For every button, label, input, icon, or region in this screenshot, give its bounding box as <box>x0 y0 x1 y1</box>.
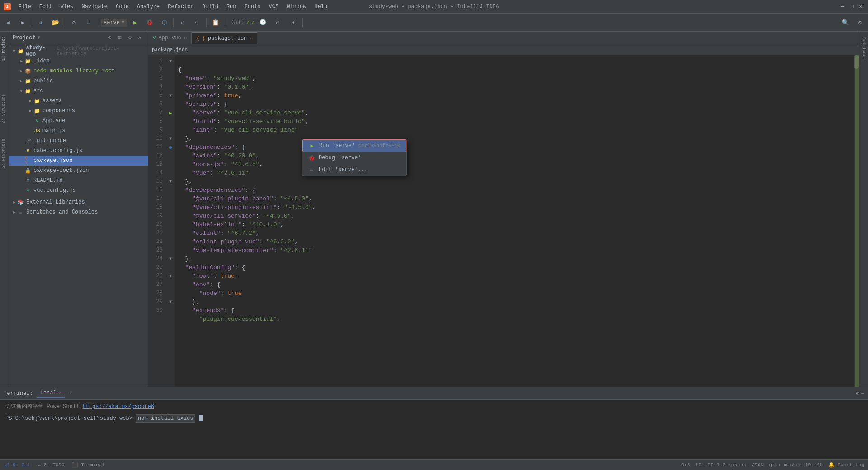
coverage-button[interactable]: ⬡ <box>158 16 170 29</box>
event-log-label[interactable]: 🔔 Event Log <box>828 462 864 468</box>
tree-item-main-js[interactable]: ▶ JS main.js <box>9 126 148 136</box>
run-config-selector[interactable]: serve ▼ <box>101 19 127 27</box>
menu-analyze[interactable]: Analyze <box>133 3 163 11</box>
line-col-indicator[interactable]: 9:5 <box>681 462 690 468</box>
menu-help[interactable]: Help <box>311 3 331 11</box>
database-panel-button[interactable]: Database <box>859 35 868 61</box>
sidebar-settings-button[interactable]: ⚙ <box>125 33 134 43</box>
tab-app-vue-close[interactable]: ✕ <box>184 35 187 41</box>
tab-vue-icon: V <box>153 35 156 41</box>
git-status-label[interactable]: ⎇ 6: Git <box>4 462 30 468</box>
tree-item-root[interactable]: ▼ 📁 study-web C:\sckj\work\project-self\… <box>9 46 148 56</box>
tree-item-scratches[interactable]: ▶ ✏ Scratches and Consoles <box>9 207 148 217</box>
gutter-run-7[interactable]: ▶ <box>169 110 172 116</box>
locate-file-button[interactable]: ⊕ <box>105 33 114 43</box>
tree-item-components[interactable]: ▶ 📁 components <box>9 106 148 116</box>
menu-refactor[interactable]: Refactor <box>164 3 198 11</box>
gutter-fold-29[interactable]: ▼ <box>169 299 172 304</box>
tree-item-package-lock[interactable]: ▶ 🔒 package-lock.json <box>9 166 148 176</box>
settings-button[interactable]: ⚙ <box>68 16 80 29</box>
tree-item-vue-config[interactable]: ▶ V vue.config.js <box>9 185 148 195</box>
tree-item-node-modules[interactable]: ▶ 📦 node_modules library root <box>9 66 148 76</box>
gutter-fold-10[interactable]: ▼ <box>169 136 172 141</box>
project-tool-button[interactable]: 1: Project <box>0 33 9 63</box>
gutter-fold-15[interactable]: ▼ <box>169 179 172 184</box>
todo-status-label[interactable]: ≡ 6: TODO <box>38 462 64 468</box>
tab-app-vue[interactable]: V App.vue ✕ <box>148 32 192 44</box>
tree-item-src[interactable]: ▼ 📁 src <box>9 86 148 96</box>
breadcrumb-package-json[interactable]: package.json <box>152 47 188 52</box>
menu-vcs[interactable]: VCS <box>265 3 283 11</box>
git-history-button[interactable]: 🕐 <box>256 16 269 29</box>
minimize-button[interactable]: ─ <box>839 3 846 10</box>
gutter-fold-24[interactable]: ▼ <box>169 256 172 261</box>
terminal-tab-close[interactable]: ✕ <box>58 390 61 396</box>
copy-path-button[interactable]: 📋 <box>209 16 222 29</box>
back-button[interactable]: ◀ <box>2 16 14 29</box>
menu-code[interactable]: Code <box>112 3 132 11</box>
context-menu-debug[interactable]: 🐞 Debug 'serve' <box>302 152 406 164</box>
expand-all-button[interactable]: ⊞ <box>115 33 124 43</box>
close-sidebar-button[interactable]: ✕ <box>135 33 144 43</box>
menu-tools[interactable]: Tools <box>241 3 264 11</box>
new-project-button[interactable]: ◈ <box>35 16 47 29</box>
code-editor[interactable]: { "name": "study-web", "version": "0.1.0… <box>175 55 859 387</box>
run-button[interactable]: ▶ <box>129 16 142 29</box>
menu-window[interactable]: Window <box>283 3 310 11</box>
root-folder-icon: 📁 <box>17 47 24 55</box>
git-rollback-button[interactable]: ↺ <box>271 16 283 29</box>
terminal-tab-local[interactable]: Local ✕ <box>37 389 65 398</box>
tab-package-json-close[interactable]: ✕ <box>250 36 252 41</box>
structure-tool-button[interactable]: 2: Structure <box>0 91 9 126</box>
open-button[interactable]: 📂 <box>49 16 62 29</box>
forward-button[interactable]: ▶ <box>16 16 29 29</box>
tab-package-json[interactable]: { } package.json ✕ <box>192 32 257 44</box>
tree-item-readme[interactable]: ▶ M README.md <box>9 176 148 185</box>
debug-button[interactable]: 🐞 <box>143 16 156 29</box>
gutter-fold-26[interactable]: ▼ <box>169 274 172 279</box>
settings-gear-button[interactable]: ⚙ <box>854 16 866 29</box>
language-indicator[interactable]: JSON <box>752 462 764 468</box>
menu-run[interactable]: Run <box>223 3 240 11</box>
tree-item-idea[interactable]: ▶ 📁 .idea <box>9 56 148 66</box>
tree-item-app-vue[interactable]: ▶ V App.vue <box>9 116 148 126</box>
tree-item-gitignore[interactable]: ▶ ⎇ .gitignore <box>9 136 148 146</box>
terminal-settings[interactable]: ⚙ ─ <box>856 390 864 397</box>
menu-edit[interactable]: Edit <box>36 3 56 11</box>
left-tool-strip: 1: Project 2: Structure 2: Favorites <box>0 32 9 387</box>
encoding-indicator[interactable]: LF UTF-8 2 spaces <box>696 462 746 468</box>
menu-build[interactable]: Build <box>198 3 222 11</box>
terminal-minimize-icon[interactable]: ─ <box>861 390 864 397</box>
tree-item-ext-libs[interactable]: ▶ 📚 External Libraries <box>9 197 148 207</box>
tab-json-icon: { } <box>196 36 205 41</box>
project-sidebar: Project ▼ ⊕ ⊞ ⚙ ✕ ▼ 📁 study-web C:\sckj\… <box>9 32 148 387</box>
tree-item-public[interactable]: ▶ 📁 public <box>9 76 148 86</box>
context-menu-run[interactable]: ▶ Run 'serve' Ctrl+Shift+F10 <box>302 139 406 152</box>
git-spacer: ▶ <box>18 138 24 143</box>
main-js-label: main.js <box>42 128 65 134</box>
tree-item-assets[interactable]: ▶ 📁 assets <box>9 96 148 106</box>
undo-button[interactable]: ↩ <box>176 16 189 29</box>
redo-button[interactable]: ↪ <box>191 16 203 29</box>
tree-item-package-json[interactable]: ▶ { } package.json <box>9 156 148 166</box>
gutter-fold-1[interactable]: ▼ <box>169 59 172 64</box>
terminal-command[interactable]: npm install axios <box>136 414 195 423</box>
hint-link[interactable]: https://aka.ms/pscore6 <box>82 404 154 410</box>
favorites-tool-button[interactable]: 2: Favorites <box>0 136 9 171</box>
components-folder-icon: 📁 <box>33 107 41 114</box>
terminal-add-button[interactable]: + <box>68 390 72 397</box>
terminal-status-label[interactable]: ⬛ Terminal <box>72 462 105 468</box>
structure-button[interactable]: ≡ <box>82 16 95 29</box>
menu-view[interactable]: View <box>57 3 77 11</box>
close-button[interactable]: ✕ <box>857 3 864 10</box>
sidebar-dropdown-arrow[interactable]: ▼ <box>37 35 40 40</box>
context-menu-edit[interactable]: ✏ Edit 'serve'... <box>302 164 406 176</box>
maximize-button[interactable]: □ <box>848 3 855 10</box>
vcs-button[interactable]: ⚡ <box>287 16 300 29</box>
tree-item-babel[interactable]: ▶ B babel.config.js <box>9 146 148 156</box>
menu-file[interactable]: File <box>14 3 35 11</box>
gutter-fold-5[interactable]: ▼ <box>169 93 172 98</box>
search-everywhere-button[interactable]: 🔍 <box>839 16 852 29</box>
menu-navigate[interactable]: Navigate <box>78 3 111 11</box>
scrollbar-track[interactable] <box>854 55 859 387</box>
